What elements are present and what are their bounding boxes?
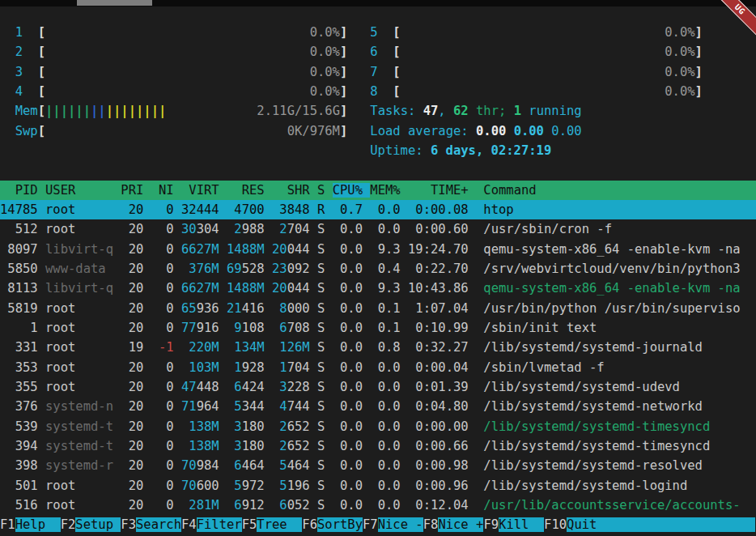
cell-shr: 6 bbox=[272, 498, 287, 513]
cpu-meter-value: 0.0% bbox=[45, 45, 340, 59]
fkey-f2[interactable]: F2Setup bbox=[61, 517, 121, 532]
cell-cpu-pct: 0.0 bbox=[333, 242, 371, 257]
meter-close-bracket: ] bbox=[695, 65, 703, 79]
cpu-meter-label: 6 bbox=[370, 45, 393, 59]
fkey-f10[interactable]: F10Quit bbox=[544, 517, 755, 532]
cell-res: 1 bbox=[227, 360, 242, 375]
cell-cpu-pct: 0.0 bbox=[333, 340, 371, 355]
table-row[interactable]: 512 root 20 0 30304 2988 2704 S 0.0 0.0 … bbox=[0, 219, 756, 239]
table-row[interactable]: 376 systemd-n 20 0 71964 5344 4744 S 0.0… bbox=[0, 397, 756, 416]
fkey-f9[interactable]: F9Kill bbox=[483, 517, 544, 532]
cell-mem-pct: 0.0 bbox=[370, 498, 408, 513]
cell-virt: 30 bbox=[181, 222, 197, 236]
cpu-meter-label: 3 bbox=[0, 65, 38, 79]
column-header-time[interactable]: TIME+ bbox=[408, 183, 483, 198]
fkey-f1[interactable]: F1Help bbox=[0, 517, 61, 532]
memory-meter-label: Mem bbox=[0, 104, 38, 118]
table-row[interactable]: 331 root 19 -1 220M 134M 126M S 0.0 0.8 … bbox=[0, 338, 756, 357]
table-row[interactable]: 14785 root 20 0 32444 4700 3848 R 0.7 0.… bbox=[0, 200, 756, 219]
column-header-mem[interactable]: MEM% bbox=[370, 183, 408, 198]
function-bar: F1Help F2Setup F3SearchF4FilterF5Tree F6… bbox=[0, 515, 756, 534]
fkey-f6[interactable]: F6SortBy bbox=[302, 517, 363, 532]
column-header-s[interactable]: S bbox=[317, 183, 333, 198]
table-row[interactable]: 394 systemd-t 20 0 138M 3180 2652 S 0.0 … bbox=[0, 436, 756, 456]
column-header-pri[interactable]: PRI bbox=[121, 183, 151, 198]
table-row[interactable]: 1 root 20 0 77916 9108 6708 S 0.0 0.1 0:… bbox=[0, 318, 756, 338]
cell-shr: 8 bbox=[272, 301, 287, 316]
meter-open-bracket: [ bbox=[38, 45, 45, 59]
table-row[interactable]: 501 root 20 0 70600 5972 5196 S 0.0 0.0 … bbox=[0, 476, 756, 496]
table-row[interactable]: 353 root 20 0 103M 1928 1704 S 0.0 0.0 0… bbox=[0, 358, 756, 377]
cell-user: root bbox=[45, 498, 121, 513]
cell-command: qemu-system-x86_64 -enable-kvm -na bbox=[483, 242, 740, 257]
meter-close-bracket: ] bbox=[340, 45, 347, 59]
cpu-meter-row: 4 [ 0.0%] 8 [ 0.0%] bbox=[0, 82, 756, 101]
column-header-pid[interactable]: PID bbox=[0, 183, 45, 198]
fkey-f3[interactable]: F3Search bbox=[121, 517, 181, 532]
meter-open-bracket: [ bbox=[38, 84, 45, 99]
table-row[interactable]: 5850 www-data 20 0 376M 69528 23092 S 0.… bbox=[0, 259, 756, 279]
column-header-command[interactable]: Command bbox=[483, 183, 536, 198]
cell-shr: 1 bbox=[272, 360, 287, 375]
cell-time: 0:04.80 bbox=[408, 399, 483, 414]
table-row[interactable]: 539 systemd-t 20 0 138M 3180 2652 S 0.0 … bbox=[0, 417, 756, 436]
fkey-label: Nice - bbox=[378, 517, 423, 532]
table-header: PID USER PRI NI VIRT RES SHR S CPU% MEM%… bbox=[0, 181, 756, 200]
cell-res: 108 bbox=[242, 321, 272, 335]
table-row[interactable]: 8097 libvirt-q 20 0 6627M 1488M 20044 S … bbox=[0, 240, 756, 259]
cell-time: 1:07.04 bbox=[408, 301, 483, 316]
table-row[interactable]: 8113 libvirt-q 20 0 6627M 1488M 20044 S … bbox=[0, 279, 756, 298]
fkey-number: F2 bbox=[61, 517, 76, 532]
column-header-shr[interactable]: SHR bbox=[272, 183, 317, 198]
cpu-meter-value: 0.0% bbox=[45, 25, 340, 40]
cell-pri: 20 bbox=[121, 479, 151, 493]
cell-ni: -1 bbox=[151, 340, 181, 355]
fkey-f7[interactable]: F7Nice - bbox=[363, 517, 423, 532]
cell-pid: 355 bbox=[0, 380, 45, 394]
cell-shr: 092 bbox=[287, 262, 317, 276]
cell-user: systemd-t bbox=[45, 419, 121, 434]
column-header-ni[interactable]: NI bbox=[151, 183, 181, 198]
table-row[interactable]: 398 systemd-r 20 0 70984 6464 5464 S 0.0… bbox=[0, 456, 756, 475]
meter-open-bracket: [ bbox=[393, 45, 400, 59]
cell-mem-pct: 0.0 bbox=[370, 222, 408, 236]
cell-time: 0:00.66 bbox=[408, 439, 483, 453]
cpu-meter-value: 0.0% bbox=[401, 65, 695, 79]
table-row[interactable]: 516 root 20 0 281M 6912 6052 S 0.0 0.0 0… bbox=[0, 496, 756, 515]
load-average-label: Load average: bbox=[370, 124, 476, 138]
htop-terminal: 1 [ 0.0%] 5 [ 0.0%] 2 [ 0.0%] 6 [ 0.0%] … bbox=[0, 6, 756, 536]
table-row[interactable]: 355 root 20 0 47448 6424 3228 S 0.0 0.0 … bbox=[0, 377, 756, 397]
cell-state: S bbox=[317, 399, 333, 414]
cell-ni: 0 bbox=[151, 262, 181, 276]
gap bbox=[0, 143, 370, 158]
fkey-f4[interactable]: F4Filter bbox=[181, 517, 242, 532]
cpu-meter-value: 0.0% bbox=[401, 45, 695, 59]
cell-res: 5 bbox=[227, 399, 242, 414]
tasks-count: 47 bbox=[423, 104, 439, 118]
fkey-label: Kill bbox=[499, 517, 544, 532]
cell-mem-pct: 0.0 bbox=[370, 479, 408, 493]
column-header-user[interactable]: USER bbox=[45, 183, 121, 198]
column-header-virt[interactable]: VIRT bbox=[181, 183, 227, 198]
column-header-res[interactable]: RES bbox=[227, 183, 272, 198]
cell-shr: 2 bbox=[272, 439, 287, 453]
cell-pid: 394 bbox=[0, 439, 45, 453]
cpu-meter-value: 0.0% bbox=[45, 84, 340, 99]
cell-state: S bbox=[317, 498, 333, 513]
cell-res: 3 bbox=[227, 419, 242, 434]
cell-shr: 744 bbox=[287, 399, 317, 414]
fkey-f8[interactable]: F8Nice + bbox=[423, 517, 484, 532]
column-header-cpu[interactable]: CPU% bbox=[333, 183, 371, 198]
table-row[interactable]: 5819 root 20 0 65936 21416 8000 S 0.0 0.… bbox=[0, 299, 756, 318]
cell-shr: 228 bbox=[287, 380, 317, 394]
cell-pid: 5819 bbox=[0, 301, 45, 316]
cell-virt: 376M bbox=[181, 262, 227, 276]
cell-user: root bbox=[45, 202, 121, 217]
cell-shr: 196 bbox=[287, 479, 317, 493]
fkey-label: Help bbox=[15, 517, 61, 532]
cell-mem-pct: 0.0 bbox=[370, 439, 408, 453]
window-tab[interactable] bbox=[77, 0, 152, 6]
cell-res: 1488M bbox=[227, 281, 272, 296]
cell-pri: 19 bbox=[121, 340, 151, 355]
fkey-f5[interactable]: F5Tree bbox=[242, 517, 303, 532]
